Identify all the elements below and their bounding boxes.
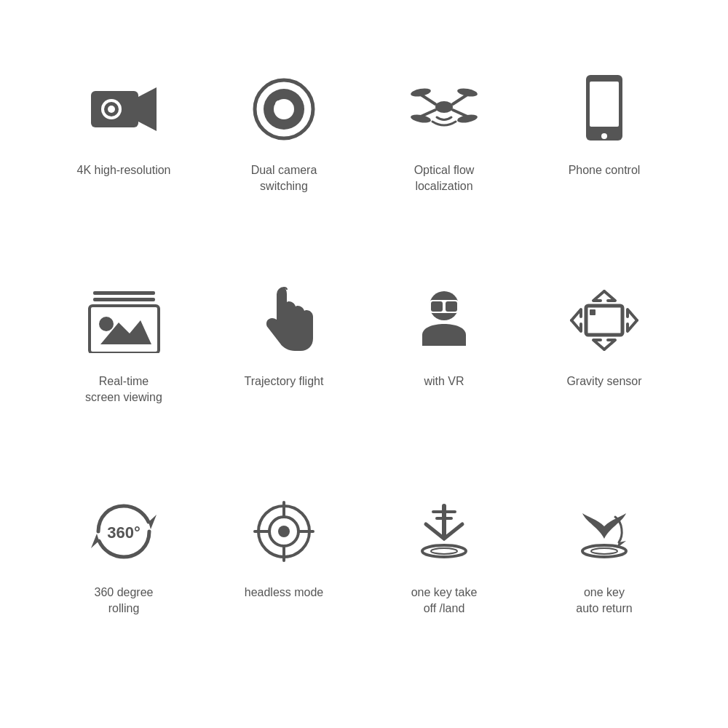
feature-phone-control: Phone control — [524, 47, 684, 258]
camera-icon — [84, 69, 164, 149]
feature-phone-label: Phone control — [569, 162, 641, 178]
feature-optical-flow: Optical flowlocalization — [364, 47, 524, 258]
feature-vr: with VR — [364, 258, 524, 470]
feature-dual-camera-label: Dual cameraswitching — [251, 162, 317, 195]
svg-marker-33 — [91, 534, 99, 548]
svg-rect-31 — [590, 309, 596, 315]
svg-rect-22 — [93, 298, 155, 301]
return-icon — [564, 491, 644, 571]
svg-point-8 — [275, 100, 282, 108]
target-icon — [244, 491, 324, 571]
feature-screen-label: Real-timescreen viewing — [85, 373, 162, 406]
svg-point-3 — [108, 106, 115, 113]
svg-line-11 — [453, 95, 467, 104]
lens-icon — [244, 69, 324, 149]
feature-takeoff-label: one key takeoff /land — [411, 585, 478, 617]
feature-return-label: one keyauto return — [576, 585, 632, 617]
feature-takeoff: one key takeoff /land — [364, 470, 524, 681]
hand-icon — [244, 280, 324, 360]
feature-4k-label: 4K high-resolution — [77, 162, 171, 178]
svg-rect-21 — [93, 291, 155, 295]
feature-4k: 4K high-resolution — [44, 47, 204, 258]
svg-point-25 — [99, 317, 114, 331]
feature-screen-viewing: Real-timescreen viewing — [44, 258, 204, 470]
takeoff-icon — [404, 491, 484, 571]
feature-trajectory-label: Trajectory flight — [245, 373, 324, 389]
feature-vr-label: with VR — [424, 373, 464, 389]
svg-point-49 — [582, 545, 626, 557]
feature-gravity-label: Gravity sensor — [566, 373, 641, 389]
svg-point-37 — [278, 526, 290, 537]
svg-line-10 — [421, 95, 435, 104]
vr-icon — [404, 280, 484, 360]
svg-rect-29 — [446, 301, 457, 312]
svg-line-44 — [444, 524, 462, 539]
svg-point-48 — [431, 548, 457, 554]
svg-text:360°: 360° — [107, 523, 141, 542]
feature-trajectory: Trajectory flight — [204, 258, 364, 470]
svg-point-20 — [601, 133, 607, 139]
image-icon — [84, 280, 164, 360]
feature-return: one keyauto return — [524, 470, 684, 681]
svg-rect-19 — [590, 82, 619, 127]
svg-line-43 — [426, 524, 444, 539]
feature-optical-flow-label: Optical flowlocalization — [414, 162, 475, 195]
gravity-icon — [564, 280, 644, 360]
feature-360-label: 360 degreerolling — [95, 585, 154, 617]
drone-icon — [404, 69, 484, 149]
feature-gravity: Gravity sensor — [524, 258, 684, 470]
features-grid: 4K high-resolution Dual cameraswitching — [29, 33, 699, 695]
feature-dual-camera: Dual cameraswitching — [204, 47, 364, 258]
svg-marker-4 — [138, 87, 157, 131]
360-icon: 360° — [84, 491, 164, 571]
svg-point-47 — [422, 545, 466, 557]
feature-headless: headless mode — [204, 470, 364, 681]
svg-rect-28 — [431, 301, 443, 312]
phone-icon — [564, 69, 644, 149]
svg-point-9 — [435, 101, 453, 113]
svg-marker-32 — [149, 515, 157, 529]
svg-point-50 — [591, 548, 617, 554]
feature-360: 360° 360 degreerolling — [44, 470, 204, 681]
feature-headless-label: headless mode — [245, 585, 324, 601]
